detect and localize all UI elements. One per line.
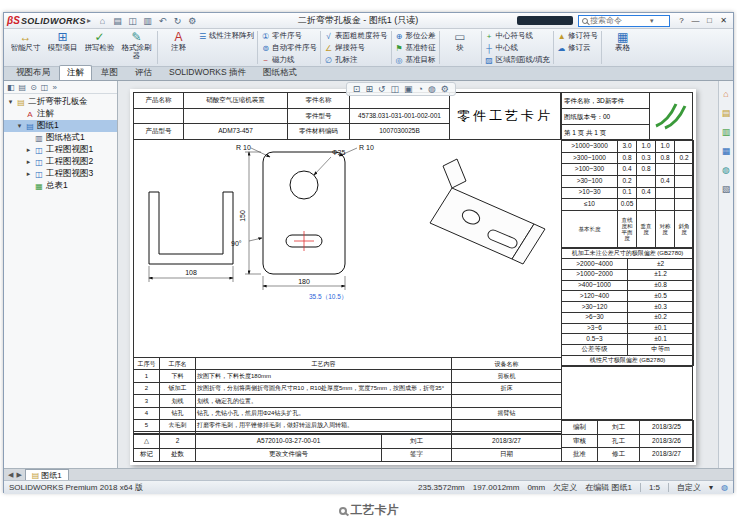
zoom-area-icon[interactable]: ⊞ (365, 84, 373, 94)
spell-check-button[interactable]: ✓拼写检验 (82, 30, 117, 60)
tab-sheet-format[interactable]: 图纸格式 (255, 65, 305, 80)
expand-arrow-icon[interactable]: ▸ (25, 146, 32, 154)
row: 2钣加工按图折弯，分别将两侧折弯圆角尺寸R10，R10处厚度5mm，宽度75mm… (134, 382, 562, 394)
row: 基本长度直线度和平面度垂直度对称度斜角度 (562, 210, 694, 247)
undo-icon[interactable]: ↶ (156, 16, 169, 26)
button-label: 拼写检验 (85, 44, 115, 60)
appearances-icon[interactable]: ◍ (722, 165, 730, 175)
cell: 产品型号 (134, 124, 184, 140)
tree-item-general-table1[interactable]: ▦总表1 (4, 180, 117, 192)
save-icon[interactable]: ◫ (126, 16, 139, 26)
front-view[interactable] (149, 192, 233, 264)
datum-target-button[interactable]: ◎基准目标 (395, 54, 436, 66)
tab-evaluate[interactable]: 评估 (127, 65, 160, 80)
expand-arrow-icon[interactable]: ▾ (16, 122, 23, 130)
options-icon[interactable]: ⚙ (186, 16, 199, 26)
tree-item-sheet1[interactable]: ▾▤图纸1 (4, 120, 117, 132)
home-icon[interactable]: ⌂ (96, 16, 109, 26)
open-icon[interactable]: ▤ (111, 16, 124, 26)
help-button[interactable]: ? (675, 15, 688, 27)
tree-item-drawing-view2[interactable]: ▸◫工程图视图2 (4, 156, 117, 168)
row: 审核孔工2018/3/26 (562, 434, 694, 448)
balloon-button[interactable]: ①零件序号 (261, 30, 317, 42)
drawing-views[interactable]: 108 180 150 R 10 R 10 90° Φ35 35.5（10.5） (133, 140, 561, 357)
expand-pane-icon[interactable]: » (52, 83, 56, 92)
minimize-button[interactable]: — (689, 15, 702, 27)
block-button[interactable]: ▭块 (443, 30, 478, 60)
area-hatch-button[interactable]: ▨区域剖面线/填充 (485, 54, 551, 66)
row: ≤100.05 (562, 199, 694, 211)
units-dropdown-icon[interactable]: ▾ (709, 483, 713, 492)
tree-item-annotations[interactable]: A注解 (4, 108, 117, 120)
cell: 5 (134, 419, 160, 431)
tree-item-sheet-format1[interactable]: ▥图纸格式1 (4, 132, 117, 144)
tab-view-layout[interactable]: 视图布局 (8, 65, 58, 80)
units-label[interactable]: 自定义 (677, 482, 701, 493)
flat-view[interactable] (263, 152, 345, 274)
section-view-icon[interactable]: ◫ (391, 84, 400, 94)
search-input[interactable] (590, 16, 648, 25)
tab-sketch[interactable]: 草图 (93, 65, 126, 80)
cell: 更改文件编号 (196, 448, 382, 462)
geometric-tolerance-button[interactable]: ⊕形位公差 (395, 30, 436, 42)
surface-finish-button[interactable]: √表面粗糙度符号 (324, 30, 388, 42)
maximize-button[interactable]: □ (703, 15, 716, 27)
cell (637, 175, 656, 187)
cell: 钣加工 (160, 382, 196, 394)
dimxpert-tab-icon[interactable]: ◫ (41, 83, 49, 92)
tab-addins[interactable]: SOLIDWORKS 插件 (161, 65, 254, 80)
auto-balloon-button[interactable]: ⊚自动零件序号 (261, 42, 317, 54)
centerline-button[interactable]: ┼中心线 (485, 42, 551, 54)
expand-arrow-icon[interactable]: ▸ (25, 158, 32, 166)
custom-properties-icon[interactable]: ▧ (722, 184, 731, 194)
propertymanager-tab-icon[interactable]: ▤ (19, 83, 27, 92)
model-items-button[interactable]: ⊞模型项目 (45, 30, 80, 60)
resources-icon[interactable]: ⌂ (723, 89, 728, 99)
hole-callout-button[interactable]: ∅孔标注 (324, 54, 388, 66)
format-painter-button[interactable]: ✎格式涂刷器 (119, 30, 154, 60)
prev-sheet-icon[interactable]: ◀ (8, 471, 13, 479)
zoom-fit-icon[interactable]: ⊡ (353, 84, 361, 94)
design-library-icon[interactable]: ▤ (722, 108, 731, 118)
status-divider (640, 483, 641, 492)
rebuild-icon[interactable]: ↻ (171, 16, 184, 26)
tab-annotation[interactable]: 注解 (59, 65, 92, 80)
hide-show-icon[interactable]: ◍ (428, 84, 436, 94)
linear-note-pattern-button[interactable]: ☰线性注释阵列 (198, 30, 254, 42)
logo-mark: βS (7, 15, 20, 26)
center-mark-button[interactable]: +中心符号线 (485, 30, 551, 42)
sheet-tab-sheet1[interactable]: ▤ 图纸1 (25, 469, 69, 480)
search-box[interactable]: ▾ (578, 15, 670, 27)
tree-item-drawing-view1[interactable]: ▸◫工程图视图1 (4, 144, 117, 156)
sheet-scale[interactable]: 1:5 (649, 483, 660, 492)
drawing-sheet[interactable]: 产品名称 硝酸空气压缩机装置 零件名称 零件型号 45738.031-031-0… (130, 89, 696, 465)
revision-cloud-button[interactable]: ☁修订云 (557, 42, 598, 54)
cell (184, 108, 288, 124)
datum-feature-button[interactable]: ⚑基准特征 (395, 42, 436, 54)
chevron-down-icon[interactable]: ▾ (650, 17, 654, 25)
graphics-area[interactable]: ⊡ ⊞ ↺ ◫ ▣ ◔ ◍ ⚙ 产品名称 硝酸空气压缩机装置 零件名称 (118, 81, 733, 468)
note-button[interactable]: A注释 (161, 30, 196, 60)
expand-arrow-icon[interactable]: ▾ (7, 98, 14, 106)
revision-symbol-button[interactable]: ▲修订符号 (557, 30, 598, 42)
tree-item-drawing-view3[interactable]: ▸◫工程图视图3 (4, 168, 117, 180)
previous-view-icon[interactable]: ↺ (378, 84, 386, 94)
logo-flyout-icon[interactable]: ▸ (87, 16, 91, 25)
view-settings-icon[interactable]: ⚙ (441, 84, 449, 94)
table-button[interactable]: ▦表格 (605, 30, 640, 60)
featuremanager-tab-icon[interactable]: ◧ (7, 83, 15, 92)
expand-arrow-icon[interactable]: ▸ (25, 170, 32, 178)
close-button[interactable]: ✕ (717, 15, 730, 27)
smart-dimension-button[interactable]: ↔智能尺寸 (8, 30, 43, 60)
tree-item-root[interactable]: ▾▤二折弯带孔板金 (4, 96, 117, 108)
view-orientation-icon[interactable]: ▣ (404, 84, 413, 94)
print-icon[interactable]: ▥ (141, 16, 154, 26)
isometric-view[interactable] (430, 159, 545, 264)
weld-symbol-button[interactable]: ∠焊接符号 (324, 42, 388, 54)
view-palette-icon[interactable]: ▦ (722, 146, 731, 156)
display-style-icon[interactable]: ◔ (418, 84, 423, 94)
cell: A572010-03-27-00-01 (196, 435, 382, 449)
configuration-tab-icon[interactable]: ⊙ (30, 83, 37, 92)
next-sheet-icon[interactable]: ▶ (16, 471, 21, 479)
file-explorer-icon[interactable]: ▥ (722, 127, 731, 137)
